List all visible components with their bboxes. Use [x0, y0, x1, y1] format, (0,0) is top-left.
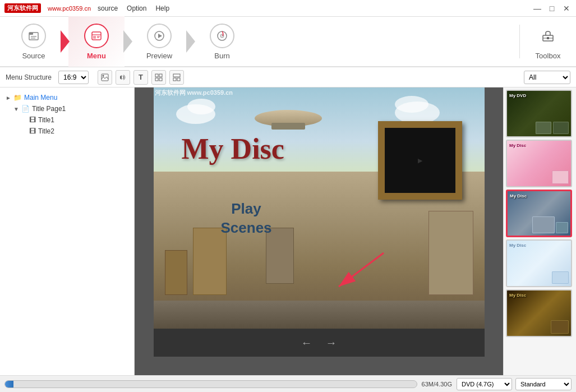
toolbar-source[interactable]: Source — [6, 16, 62, 67]
app-logo: 河东软件网 — [4, 3, 41, 13]
menu-icon-circle — [84, 24, 109, 48]
t2-thumbs — [509, 170, 569, 184]
menu-structure-bar: Menu Structure 16:9 4:3 T — [0, 67, 576, 87]
svg-rect-16 — [547, 37, 549, 39]
app-url: www.pc0359.cn — [48, 5, 91, 12]
maximize-button[interactable]: □ — [547, 4, 557, 13]
grid-icon — [155, 73, 163, 81]
menu-structure-label: Menu Structure — [6, 73, 52, 81]
preview-icon-circle — [147, 24, 172, 48]
nav-next-button[interactable]: → — [326, 336, 337, 349]
toolbar-arrow-1 — [61, 30, 70, 53]
audio-icon — [119, 73, 127, 81]
t1-thumbs — [509, 122, 569, 134]
audio-icon-btn[interactable] — [116, 70, 130, 85]
quality-mode-select[interactable]: Standard High Quality Custom — [515, 378, 572, 390]
sidebar-item-title-page1[interactable]: ▼ 📄 Title Page1 — [0, 103, 134, 114]
template-thumb-5[interactable]: My Disc — [506, 289, 572, 337]
toolbar-toolbox[interactable]: Toolbox — [526, 16, 570, 67]
source-icon-circle — [21, 24, 46, 48]
toolbar-menu[interactable]: Menu — [68, 16, 125, 67]
svg-rect-22 — [159, 78, 162, 81]
sidebar-item-title2[interactable]: 🎞 Title2 — [0, 126, 134, 137]
sidebar: ► 📁 Main Menu ▼ 📄 Title Page1 🎞 Title1 🎞… — [0, 87, 135, 375]
menu-bar-icons: T — [98, 70, 184, 85]
template-thumb-4[interactable]: My Disc — [506, 239, 572, 287]
title-page1-icon: 📄 — [21, 105, 30, 113]
menu-option[interactable]: Option — [127, 4, 146, 12]
sidebar-item-title1[interactable]: 🎞 Title1 — [0, 114, 134, 126]
svg-rect-25 — [177, 78, 180, 81]
template-bg-4: My Disc — [507, 241, 571, 286]
menu-bar-right: All DVD Blu-ray — [524, 71, 570, 84]
main-menu-label: Main Menu — [24, 94, 57, 102]
filter-select[interactable]: All DVD Blu-ray — [524, 71, 570, 84]
t2-label: My Disc — [509, 143, 569, 148]
toolbar-preview[interactable]: Preview — [131, 16, 187, 67]
preview-thumbnail-frame: ▶ — [378, 121, 462, 200]
title-bar-menu: source Option Help — [98, 4, 169, 12]
preview-wrapper: My Disc Play Scenes ▶ — [135, 87, 503, 375]
title2-icon: 🎞 — [29, 127, 36, 135]
main-content: ► 📁 Main Menu ▼ 📄 Title Page1 🎞 Title1 🎞… — [0, 87, 576, 375]
menu-help[interactable]: Help — [155, 4, 169, 12]
svg-rect-20 — [159, 74, 162, 77]
template-bg-5: My Disc — [507, 290, 571, 336]
menu-file[interactable]: source — [98, 4, 118, 12]
preview-play-scenes[interactable]: Play Scenes — [221, 200, 272, 238]
nav-prev-button[interactable]: ← — [301, 336, 312, 349]
template-thumb-2[interactable]: My Disc — [506, 140, 572, 187]
image-icon — [101, 73, 109, 81]
svg-marker-10 — [158, 34, 162, 38]
template-bg-1: My DVD — [507, 91, 571, 136]
svg-rect-6 — [93, 36, 96, 39]
play-line1: Play — [221, 200, 272, 219]
frame-placeholder: ▶ — [418, 157, 422, 164]
template-bg-2: My Disc — [507, 141, 571, 186]
text-icon-btn[interactable]: T — [133, 70, 148, 85]
layout-icon-btn[interactable] — [169, 70, 184, 85]
burn-label: Burn — [214, 52, 229, 60]
svg-rect-19 — [155, 74, 158, 77]
close-button[interactable]: ✕ — [561, 4, 572, 13]
toolbox-icon — [541, 29, 555, 43]
toolbar-arrow-3 — [186, 30, 195, 53]
template-thumb-1[interactable]: My DVD — [506, 90, 572, 137]
preview-disc-title: My Disc — [182, 132, 284, 165]
aspect-ratio-select[interactable]: 16:9 4:3 — [58, 71, 89, 84]
title1-icon: 🎞 — [29, 116, 36, 124]
toolbox-icon-circle — [536, 24, 560, 48]
building-center-left — [193, 228, 227, 295]
sidebar-item-main-menu[interactable]: ► 📁 Main Menu — [0, 92, 134, 103]
main-menu-folder-icon: 📁 — [13, 94, 22, 102]
title-bar-controls: — □ ✕ — [532, 4, 572, 13]
svg-rect-21 — [155, 78, 158, 81]
title-bar: 河东软件网 www.pc0359.cn source Option Help —… — [0, 0, 576, 17]
menu-label: Menu — [87, 52, 106, 60]
grid-icon-btn[interactable] — [151, 70, 166, 85]
minimize-button[interactable]: — — [532, 4, 542, 13]
toolbar-divider — [519, 25, 520, 58]
toolbar-burn[interactable]: Burn — [194, 16, 250, 67]
status-progress-bar — [4, 380, 417, 388]
expand-icon-main: ► — [4, 95, 12, 101]
disc-type-select[interactable]: DVD (4.7G) Blu-ray 25G — [457, 378, 512, 390]
toolbar: Source Menu Preview — [0, 17, 576, 67]
cloud-1b — [187, 99, 215, 114]
menu-icon — [90, 30, 103, 42]
svg-rect-1 — [29, 33, 33, 35]
cloud-2b — [395, 96, 428, 113]
watermark: 河东软件网 www.pc0359.cn — [155, 89, 233, 97]
toolbox-label: Toolbox — [536, 52, 561, 60]
expand-icon-title-page1: ▼ — [12, 106, 20, 112]
image-icon-btn[interactable] — [98, 70, 112, 85]
template-thumb-3[interactable]: My Disc — [506, 190, 572, 237]
preview-label: Preview — [146, 52, 172, 60]
preview-nav-bar: ← → — [154, 329, 485, 357]
building-left — [165, 250, 187, 295]
toolbar-arrow-2 — [123, 30, 132, 53]
t4-thumbs — [509, 271, 569, 284]
building-right — [428, 211, 473, 295]
title-bar-left: 河东软件网 www.pc0359.cn source Option Help — [4, 3, 169, 13]
status-bar: 63M/4.30G DVD (4.7G) Blu-ray 25G Standar… — [0, 375, 576, 392]
